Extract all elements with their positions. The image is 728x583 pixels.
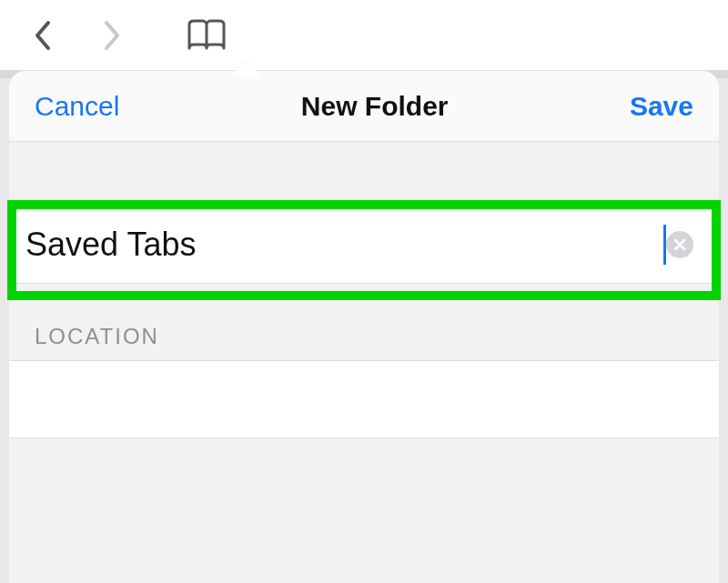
bookmarks-button[interactable] — [184, 17, 229, 54]
location-section-label: LOCATION — [9, 284, 719, 360]
chevron-right-icon — [103, 19, 123, 52]
back-button[interactable] — [25, 19, 58, 52]
bookmarks-icon — [184, 17, 229, 54]
spacer — [9, 142, 719, 206]
cancel-button[interactable]: Cancel — [35, 91, 119, 122]
folder-name-input[interactable]: Saved Tabs — [25, 226, 665, 264]
popover-arrow — [226, 56, 266, 76]
new-folder-popover: Cancel New Folder Save Saved Tabs LOCATI… — [9, 71, 719, 583]
clear-text-button[interactable] — [666, 231, 693, 258]
chevron-left-icon — [32, 19, 52, 52]
browser-toolbar — [0, 0, 728, 71]
popover-title: New Folder — [301, 91, 449, 122]
popover-header: Cancel New Folder Save — [9, 71, 719, 142]
folder-name-row[interactable]: Saved Tabs — [9, 206, 719, 284]
location-row[interactable] — [9, 360, 719, 438]
x-icon — [673, 238, 686, 251]
forward-button — [96, 19, 129, 52]
save-button[interactable]: Save — [630, 91, 693, 122]
